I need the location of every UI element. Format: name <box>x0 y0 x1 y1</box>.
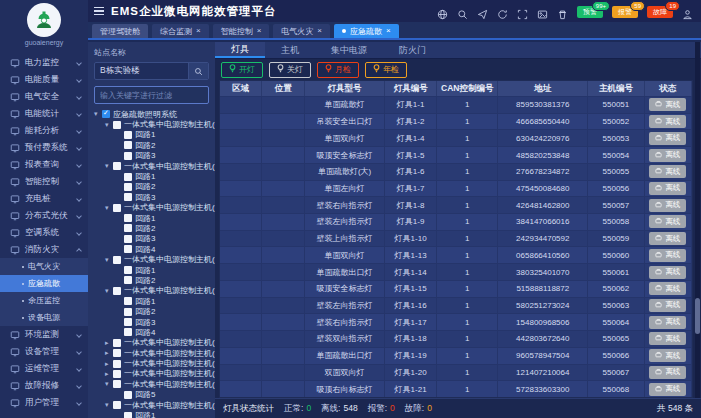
checkbox[interactable] <box>113 370 121 378</box>
sidebar-item-电能统计[interactable]: 电能统计 <box>0 105 88 122</box>
sidebar-subitem-设备电源[interactable]: 设备电源 <box>0 309 88 326</box>
table-row[interactable]: 吊装安全出口灯灯具1-21466685650440550052离线 <box>220 113 692 130</box>
checkbox[interactable] <box>113 339 121 347</box>
sidebar-item-消防火灾[interactable]: 消防火灾 <box>0 241 88 258</box>
close-tab-icon[interactable]: × <box>386 27 391 35</box>
tree-node[interactable]: ▸一体式集中电源控制主机(16) <box>94 348 209 358</box>
checkbox[interactable] <box>102 110 110 118</box>
workspace-tab-综合监测[interactable]: 综合监测× <box>152 24 209 38</box>
tree-node[interactable]: 回路4 <box>94 244 209 254</box>
status-button[interactable]: 离线 <box>649 249 686 262</box>
status-button[interactable]: 离线 <box>649 232 686 245</box>
checkbox[interactable] <box>124 391 132 399</box>
workspace-tab-智能控制[interactable]: 智能控制× <box>213 24 270 38</box>
tree-node[interactable]: 回路5 <box>94 390 209 400</box>
sidebar-item-电气安全[interactable]: 电气安全 <box>0 88 88 105</box>
expand-arrow-icon[interactable]: ▸ <box>105 349 113 357</box>
checkbox[interactable] <box>124 412 132 418</box>
close-tab-icon[interactable]: × <box>317 27 322 35</box>
status-button[interactable]: 离线 <box>649 282 686 295</box>
menu-toggle-icon[interactable] <box>94 5 104 18</box>
tree-node[interactable]: 回路2 <box>94 140 209 150</box>
checkbox[interactable] <box>124 173 132 181</box>
tree-node[interactable]: ▾应急疏散照明系统 <box>94 109 209 119</box>
tab-主机[interactable]: 主机 <box>265 42 315 58</box>
sidebar-item-电能质量[interactable]: 电能质量 <box>0 71 88 88</box>
close-tab-icon[interactable]: × <box>196 27 201 35</box>
workspace-tab-应急疏散[interactable]: 应急疏散× <box>334 24 399 38</box>
checkbox[interactable] <box>124 297 132 305</box>
sidebar-item-用户管理[interactable]: 用户管理 <box>0 394 88 411</box>
status-button[interactable]: 离线 <box>649 316 686 329</box>
table-row[interactable]: 单面双向灯灯具1-41630424220976550053离线 <box>220 129 692 146</box>
tree-node[interactable]: 回路1 <box>94 130 209 140</box>
expand-arrow-icon[interactable]: ▾ <box>105 380 113 388</box>
status-button[interactable]: 离线 <box>649 332 686 345</box>
tree-node[interactable]: ▾一体式集中电源控制主机(9) <box>94 203 209 213</box>
tab-防火门[interactable]: 防火门 <box>383 42 442 58</box>
tab-集中电源[interactable]: 集中电源 <box>315 42 383 58</box>
tree-node[interactable]: 回路2 <box>94 223 209 233</box>
checkbox[interactable] <box>113 349 121 357</box>
checkbox[interactable] <box>113 204 121 212</box>
sidebar-subitem-余压监控[interactable]: 余压监控 <box>0 292 88 309</box>
tree-node[interactable]: 回路1 <box>94 296 209 306</box>
checkbox[interactable] <box>124 235 132 243</box>
tree-node[interactable]: 回路3 <box>94 234 209 244</box>
checkbox[interactable] <box>124 318 132 326</box>
tree-node[interactable]: 回路3 <box>94 192 209 202</box>
table-row[interactable]: 单面疏散出口灯灯具1-141380325401070550061离线 <box>220 263 692 280</box>
lamp-on-button[interactable]: 开灯 <box>221 62 263 78</box>
checkbox[interactable] <box>124 245 132 253</box>
tree-node[interactable]: ▾一体式集中电源控制主机(7) <box>94 161 209 171</box>
tree-filter-input[interactable] <box>94 86 209 104</box>
tree-node[interactable]: ▾一体式集中电源控制主机(6) <box>94 119 209 129</box>
status-button[interactable]: 离线 <box>649 199 686 212</box>
sidebar-item-设备管理[interactable]: 设备管理 <box>0 343 88 360</box>
status-button[interactable]: 离线 <box>649 266 686 279</box>
tree-node[interactable]: 回路4 <box>94 327 209 337</box>
tree-node[interactable]: 回路2 <box>94 275 209 285</box>
alarm-badge-red[interactable]: 故障19 <box>647 6 673 18</box>
brand-logo[interactable] <box>27 3 61 37</box>
table-row[interactable]: 单面疏散灯(大)灯具1-61276678234872550055离线 <box>220 163 692 180</box>
checkbox[interactable] <box>113 256 121 264</box>
checkbox[interactable] <box>124 141 132 149</box>
status-button[interactable]: 离线 <box>649 149 686 162</box>
alarm-badge-green[interactable]: 预警99+ <box>577 6 603 18</box>
status-button[interactable]: 离线 <box>649 215 686 228</box>
table-row[interactable]: 单面疏散灯灯具1-11859530381376550051离线 <box>220 96 692 113</box>
table-row[interactable]: 吸顶右向标志灯灯具1-211572833603300550068离线 <box>220 380 692 397</box>
table-row[interactable]: 壁装右向指示灯灯具1-171154800968506550064离线 <box>220 313 692 330</box>
sidebar-item-运维管理[interactable]: 运维管理 <box>0 360 88 377</box>
tree-node[interactable]: 回路2 <box>94 182 209 192</box>
table-row[interactable]: 壁装右向指示灯灯具1-81426481462800550057离线 <box>220 196 692 213</box>
checkbox[interactable] <box>113 380 121 388</box>
sidebar-subitem-电气火灾[interactable]: 电气火灾 <box>0 258 88 275</box>
table-row[interactable]: 双面双向灯灯具1-201121407210064550067离线 <box>220 364 692 381</box>
sidebar-subitem-应急疏散[interactable]: 应急疏散 <box>0 275 88 292</box>
tab-灯具[interactable]: 灯具 <box>215 42 265 58</box>
close-tab-icon[interactable]: × <box>257 27 262 35</box>
annual-check-button[interactable]: 年检 <box>365 62 407 78</box>
site-select[interactable]: B栋实验楼 <box>94 62 209 80</box>
expand-arrow-icon[interactable]: ▾ <box>105 162 113 170</box>
tree-node[interactable]: 回路1 <box>94 213 209 223</box>
tree-node[interactable]: ▸一体式集中电源控制主机(15) <box>94 338 209 348</box>
expand-arrow-icon[interactable]: ▾ <box>105 121 113 129</box>
table-row[interactable]: 壁装左向指示灯灯具1-161580251273024550063离线 <box>220 297 692 314</box>
table-row[interactable]: 吸顶安全标志灯灯具1-51485820253848550054离线 <box>220 146 692 163</box>
table-row[interactable]: 单面左向灯灯具1-71475450084680550056离线 <box>220 180 692 197</box>
status-button[interactable]: 离线 <box>649 366 686 379</box>
fullscreen-icon[interactable] <box>517 6 528 17</box>
sidebar-item-预付费系统[interactable]: 预付费系统 <box>0 139 88 156</box>
tree-node[interactable]: 回路1 <box>94 265 209 275</box>
checkbox[interactable] <box>124 328 132 336</box>
tree-node[interactable]: ▾一体式集中电源控制主机(2) <box>94 400 209 410</box>
workspace-tab-管理驾驶舱[interactable]: 管理驾驶舱 <box>92 24 148 38</box>
expand-arrow-icon[interactable]: ▾ <box>105 256 113 264</box>
expand-arrow-icon[interactable]: ▸ <box>105 360 113 368</box>
monthly-check-button[interactable]: 月检 <box>317 62 359 78</box>
status-button[interactable]: 离线 <box>649 182 686 195</box>
checkbox[interactable] <box>113 121 121 129</box>
